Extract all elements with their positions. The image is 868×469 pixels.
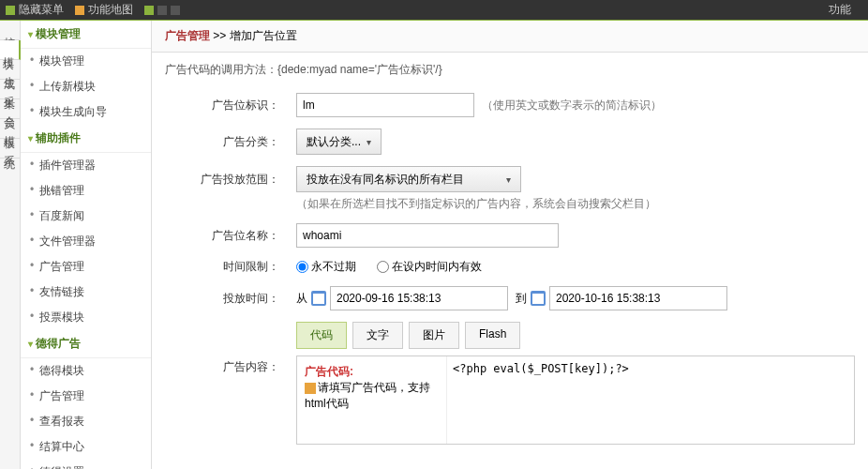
scope-select[interactable]: 投放在没有同名标识的所有栏目 ▾ — [296, 166, 521, 192]
usage-hint: 广告代码的调用方法：{dede:myad name='广告位标识'/} — [152, 53, 868, 87]
sidebar-item-1-6[interactable]: 投票模块 — [21, 305, 151, 330]
vtab-0[interactable]: 核心 — [0, 21, 20, 40]
breadcrumb-current: 增加广告位置 — [230, 29, 297, 42]
label-time-limit: 时间限制： — [165, 259, 296, 275]
sidebar-item-1-5[interactable]: 友情链接 — [21, 280, 151, 305]
square-icon[interactable] — [171, 6, 180, 15]
topbar-func-map-label: 功能地图 — [88, 2, 133, 18]
ad-cat-select-label: 默认分类... — [307, 134, 361, 150]
sidebar-item-2-1[interactable]: 广告管理 — [21, 384, 151, 409]
row-period: 投放时间： 从 到 — [165, 280, 855, 316]
radio-never-expire[interactable]: 永不过期 — [296, 259, 356, 275]
ad-id-input[interactable] — [296, 93, 474, 117]
sidebar-item-2-3[interactable]: 结算中心 — [21, 434, 151, 460]
radio-never-label: 永不过期 — [311, 259, 356, 275]
from-prefix: 从 — [296, 291, 307, 307]
ad-form: 广告位标识： （使用英文或数字表示的简洁标识） 广告分类： 默认分类... ▾ … — [152, 87, 868, 469]
sidebar-item-1-0[interactable]: 插件管理器 — [21, 153, 151, 178]
vertical-tabs: 核心模块生成采集会员模板系统 — [0, 21, 21, 469]
sidebar-item-2-2[interactable]: 查看报表 — [21, 409, 151, 434]
chevron-down-icon: ▾ — [506, 174, 511, 185]
date-from-group: 从 — [296, 286, 508, 310]
ad-code-textarea[interactable] — [447, 356, 854, 441]
label-content: 广告内容： — [165, 322, 296, 375]
sidebar-item-0-0[interactable]: 模块管理 — [21, 49, 151, 74]
radio-never-input[interactable] — [296, 261, 308, 273]
square-icon — [75, 6, 84, 15]
sidebar-item-0-1[interactable]: 上传新模块 — [21, 74, 151, 99]
breadcrumb-sep: >> — [210, 29, 230, 42]
radio-period-valid[interactable]: 在设内时间内有效 — [377, 259, 482, 275]
label-ad-cat: 广告分类： — [165, 134, 296, 150]
date-to-group: 到 — [516, 286, 727, 310]
sidebar-section-1[interactable]: 辅助插件 — [21, 125, 151, 153]
sidebar-item-2-0[interactable]: 德得模块 — [21, 358, 151, 384]
radio-period-input[interactable] — [377, 261, 389, 273]
content-tab-0[interactable]: 代码 — [296, 322, 347, 349]
code-panel: 广告代码: 请填写广告代码，支持html代码 — [296, 356, 855, 445]
layout: 核心模块生成采集会员模板系统 模块管理模块管理上传新模块模块生成向导辅助插件插件… — [0, 21, 868, 469]
square-icon — [6, 6, 15, 15]
row-name: 广告位名称： — [165, 218, 855, 253]
to-prefix: 到 — [516, 291, 527, 307]
main-content: 广告管理 >> 增加广告位置 广告代码的调用方法：{dede:myad name… — [152, 21, 868, 469]
sidebar-item-1-2[interactable]: 百度新闻 — [21, 204, 151, 229]
label-ad-id: 广告位标识： — [165, 98, 296, 113]
vtab-4[interactable]: 会员 — [0, 99, 20, 119]
chevron-down-icon: ▾ — [367, 137, 371, 147]
vtab-1[interactable]: 模块 — [0, 40, 21, 60]
topbar-right-button[interactable]: 功能 — [829, 2, 851, 18]
row-content: 广告内容： 代码文字图片Flash 广告代码: 请填写广告代码，支持html代码 — [165, 316, 855, 450]
sidebar-item-2-4[interactable]: 德得设置 — [21, 460, 151, 469]
square-icon[interactable] — [144, 6, 154, 15]
topbar-func-map[interactable]: 功能地图 — [75, 2, 133, 18]
square-icon[interactable] — [157, 6, 167, 15]
code-hint-title: 广告代码: — [305, 365, 353, 378]
breadcrumb-root[interactable]: 广告管理 — [165, 29, 210, 42]
vtab-2[interactable]: 生成 — [0, 60, 20, 80]
calendar-icon[interactable] — [311, 291, 326, 306]
content-tabs: 代码文字图片Flash — [296, 322, 855, 349]
topbar-hide-menu[interactable]: 隐藏菜单 — [6, 2, 64, 18]
scope-helper: （如果在所选栏目找不到指定标识的广告内容，系统会自动搜索父栏目） — [296, 196, 656, 212]
sidebar-section-0[interactable]: 模块管理 — [21, 21, 151, 49]
row-ad-cat: 广告分类： 默认分类... ▾ — [165, 123, 855, 160]
ad-id-helper: （使用英文或数字表示的简洁标识） — [482, 98, 662, 113]
content-tab-1[interactable]: 文字 — [352, 322, 403, 349]
date-to-input[interactable] — [549, 286, 727, 310]
row-ad-id: 广告位标识： （使用英文或数字表示的简洁标识） — [165, 87, 855, 123]
vtab-6[interactable]: 系统 — [0, 139, 20, 159]
code-hint-text: 请填写广告代码，支持html代码 — [305, 381, 430, 410]
row-scope: 广告投放范围： 投放在没有同名标识的所有栏目 ▾ （如果在所选栏目找不到指定标识… — [165, 160, 855, 218]
label-scope: 广告投放范围： — [165, 166, 296, 188]
note-icon — [305, 383, 316, 394]
vtab-3[interactable]: 采集 — [0, 80, 20, 99]
radio-period-label: 在设内时间内有效 — [392, 259, 482, 275]
sidebar-item-0-2[interactable]: 模块生成向导 — [21, 99, 151, 125]
scope-select-label: 投放在没有同名标识的所有栏目 — [307, 172, 464, 188]
calendar-icon[interactable] — [531, 291, 546, 306]
topbar-hide-menu-label: 隐藏菜单 — [19, 2, 64, 18]
topbar: 隐藏菜单 功能地图 功能 — [0, 0, 868, 21]
sidebar: 模块管理模块管理上传新模块模块生成向导辅助插件插件管理器挑错管理百度新闻文件管理… — [21, 21, 152, 469]
sidebar-item-1-4[interactable]: 广告管理 — [21, 254, 151, 280]
label-name: 广告位名称： — [165, 228, 296, 244]
content-tab-2[interactable]: 图片 — [409, 322, 459, 349]
row-time-limit: 时间限制： 永不过期 在设内时间内有效 — [165, 253, 855, 280]
label-period: 投放时间： — [165, 291, 296, 307]
breadcrumb: 广告管理 >> 增加广告位置 — [152, 21, 868, 53]
ad-cat-select[interactable]: 默认分类... ▾ — [296, 129, 382, 155]
vtab-5[interactable]: 模板 — [0, 119, 20, 139]
ad-name-input[interactable] — [296, 223, 559, 248]
date-from-input[interactable] — [330, 286, 508, 310]
sidebar-section-2[interactable]: 德得广告 — [21, 330, 151, 358]
topbar-right-label: 功能 — [829, 2, 851, 18]
sidebar-item-1-3[interactable]: 文件管理器 — [21, 229, 151, 254]
content-tab-3[interactable]: Flash — [465, 322, 520, 349]
code-hint: 广告代码: 请填写广告代码，支持html代码 — [297, 356, 447, 444]
sidebar-item-1-1[interactable]: 挑错管理 — [21, 178, 151, 204]
